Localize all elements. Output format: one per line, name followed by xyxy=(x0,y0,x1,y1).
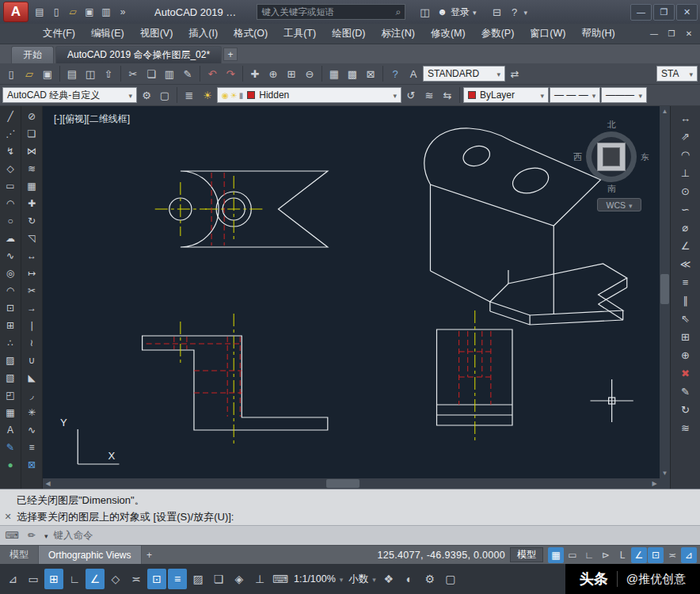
extend-icon[interactable]: → xyxy=(24,299,40,316)
object-snap-icon[interactable]: ⊡ xyxy=(648,547,664,563)
clean-screen-icon[interactable]: ▢ xyxy=(441,569,460,589)
open-file-icon[interactable]: ▱ xyxy=(65,4,81,20)
viewcube-east-label[interactable]: 东 xyxy=(641,151,649,163)
open-icon[interactable]: ▱ xyxy=(21,65,38,82)
pan-icon[interactable]: ✚ xyxy=(246,65,264,82)
polar-tracking-icon[interactable]: ∠ xyxy=(631,547,647,563)
lineweight-combo[interactable]: ——— xyxy=(601,87,647,103)
undo-icon[interactable]: ↶ xyxy=(204,65,221,82)
markup-set-manager-icon[interactable]: ▩ xyxy=(344,65,361,82)
selection-cycling-icon[interactable]: ❏ xyxy=(209,569,228,589)
lengthen-icon[interactable]: ↦ xyxy=(24,265,40,281)
revision-cloud-icon[interactable]: ☁ xyxy=(2,230,19,246)
viewcube-north-label[interactable]: 北 xyxy=(607,119,616,131)
lineweight-display-icon[interactable]: ≡ xyxy=(168,569,187,589)
isolate-objects-icon[interactable]: ◐ xyxy=(400,569,419,589)
quick-leader-icon[interactable]: ⇖ xyxy=(677,310,694,327)
baseline-dimension-icon[interactable]: ≡ xyxy=(677,273,694,291)
publish-icon[interactable]: ⇧ xyxy=(100,65,117,82)
linear-dimension-icon[interactable]: ↔ xyxy=(677,109,694,127)
move-icon[interactable]: ✚ xyxy=(24,195,40,211)
quickcalc-icon[interactable]: ⊠ xyxy=(362,65,379,82)
cut-icon[interactable]: ✂ xyxy=(124,65,142,82)
isometric-drafting-icon[interactable]: ◇ xyxy=(106,569,125,589)
copy-clip-icon[interactable]: ❏ xyxy=(143,65,160,82)
command-line-window[interactable]: 已经关闭图层"Dimension"。 ✕ 选择要关闭的图层上的对象或 [设置(S… xyxy=(0,489,700,545)
right-style-combo[interactable]: STA xyxy=(656,66,698,82)
window-close-icon[interactable]: ✕ xyxy=(676,4,698,21)
horizontal-scroll-thumb[interactable] xyxy=(326,479,360,488)
join-icon[interactable]: ∪ xyxy=(24,352,40,368)
tolerance-icon[interactable]: ⊞ xyxy=(677,328,694,345)
multiline-text-icon[interactable]: A xyxy=(2,421,19,438)
dynamic-ucs-icon[interactable]: ⊥ xyxy=(250,569,269,589)
ordinate-dimension-icon[interactable]: ⊥ xyxy=(677,164,694,181)
units-display[interactable]: 小数 xyxy=(348,573,368,586)
workspace-combo[interactable]: AutoCAD 经典-自定义 xyxy=(2,87,137,103)
text-style-combo[interactable]: STANDARD xyxy=(423,66,505,82)
select-icon[interactable]: ⊠ xyxy=(24,456,40,473)
chamfer-icon[interactable]: ◣ xyxy=(24,369,40,386)
top-view[interactable] xyxy=(155,171,328,247)
viewcube-west-label[interactable]: 西 xyxy=(573,151,582,163)
layer-combo[interactable]: ◉☀▮ Hidden xyxy=(217,87,401,103)
break-icon[interactable]: ≀ xyxy=(24,334,40,351)
trim-icon[interactable]: ✂ xyxy=(24,282,40,299)
chevron-down-icon[interactable] xyxy=(340,573,344,584)
save-icon[interactable]: ▣ xyxy=(39,65,56,82)
erase-icon[interactable]: ⊘ xyxy=(24,108,40,124)
layer-on-icon[interactable]: ◉ xyxy=(222,91,229,100)
menu-window[interactable]: 窗口(W) xyxy=(522,24,573,44)
polar-tracking-icon[interactable]: ∠ xyxy=(86,569,105,589)
3d-object-snap-icon[interactable]: ◈ xyxy=(230,569,249,589)
gradient-icon[interactable]: ▧ xyxy=(2,369,19,386)
insert-block-icon[interactable]: ⊡ xyxy=(2,299,19,316)
menu-tools[interactable]: 工具(T) xyxy=(276,24,324,44)
jogged-dimension-icon[interactable]: ∽ xyxy=(677,200,694,218)
dimension-style-icon[interactable]: ≋ xyxy=(677,419,694,436)
arc-length-dimension-icon[interactable]: ◠ xyxy=(677,146,694,163)
break-at-point-icon[interactable]: ∣ xyxy=(24,317,40,333)
construction-line-icon[interactable]: ⋰ xyxy=(2,125,19,142)
viewport-controls-label[interactable]: [-][俯视][二维线框] xyxy=(54,112,130,126)
menu-format[interactable]: 格式(O) xyxy=(226,24,276,44)
horizontal-scrollbar[interactable]: ◀ ▶ xyxy=(43,478,660,489)
region-icon[interactable]: ◰ xyxy=(2,386,19,403)
layer-unisolate-icon[interactable]: ⇆ xyxy=(439,86,456,104)
menu-help[interactable]: 帮助(H) xyxy=(573,24,622,44)
zoom-previous-icon[interactable]: ⊖ xyxy=(301,65,318,82)
scroll-up-icon[interactable]: ▲ xyxy=(660,106,670,116)
ellipse-arc-icon[interactable]: ◠ xyxy=(2,282,19,299)
help-search-input[interactable]: 键入关键字或短语 ⌕ xyxy=(257,4,405,20)
toolbar-options-icon[interactable]: ⇄ xyxy=(506,65,523,82)
table-icon[interactable]: ▦ xyxy=(2,404,19,421)
front-view[interactable] xyxy=(143,314,328,447)
viewcube-top-face[interactable] xyxy=(597,143,626,171)
polygon-icon[interactable]: ◇ xyxy=(2,160,19,177)
doc-close-icon[interactable]: ✕ xyxy=(681,27,697,41)
offset-icon[interactable]: ≋ xyxy=(24,160,40,177)
autodesk-app-icon[interactable]: ◫ xyxy=(417,4,432,20)
search-icon[interactable]: ⌕ xyxy=(396,6,401,17)
dynamic-ucs-icon[interactable]: ⊿ xyxy=(681,547,697,563)
arc-icon[interactable]: ◠ xyxy=(2,195,19,211)
layer-lock-icon[interactable]: ▮ xyxy=(239,91,244,100)
radius-dimension-icon[interactable]: ⊙ xyxy=(677,182,694,200)
menu-view[interactable]: 视图(V) xyxy=(132,24,181,44)
menu-draw[interactable]: 绘图(D) xyxy=(324,24,373,44)
grid-icon[interactable]: ▦ xyxy=(548,547,564,563)
scale-icon[interactable]: ◹ xyxy=(24,230,40,246)
workspace-settings-icon[interactable]: ⚙ xyxy=(138,86,155,104)
dimension-text-edit-icon[interactable]: ✎ xyxy=(677,383,694,400)
rectangle-icon[interactable]: ▭ xyxy=(2,177,19,194)
dynamic-input-icon[interactable]: ⌨ xyxy=(271,569,290,589)
line-icon[interactable]: ╱ xyxy=(2,108,19,124)
annotation-icon[interactable]: A xyxy=(405,65,422,82)
copy-icon[interactable]: ❏ xyxy=(24,125,40,142)
new-layout-button[interactable]: + xyxy=(142,546,158,564)
redo-icon[interactable]: ↷ xyxy=(222,65,239,82)
layer-properties-icon[interactable]: ≣ xyxy=(181,86,198,104)
object-snap-tracking-icon[interactable]: ≍ xyxy=(127,569,146,589)
menu-file[interactable]: 文件(F) xyxy=(35,24,83,44)
transparency-icon[interactable]: ▨ xyxy=(188,569,207,589)
